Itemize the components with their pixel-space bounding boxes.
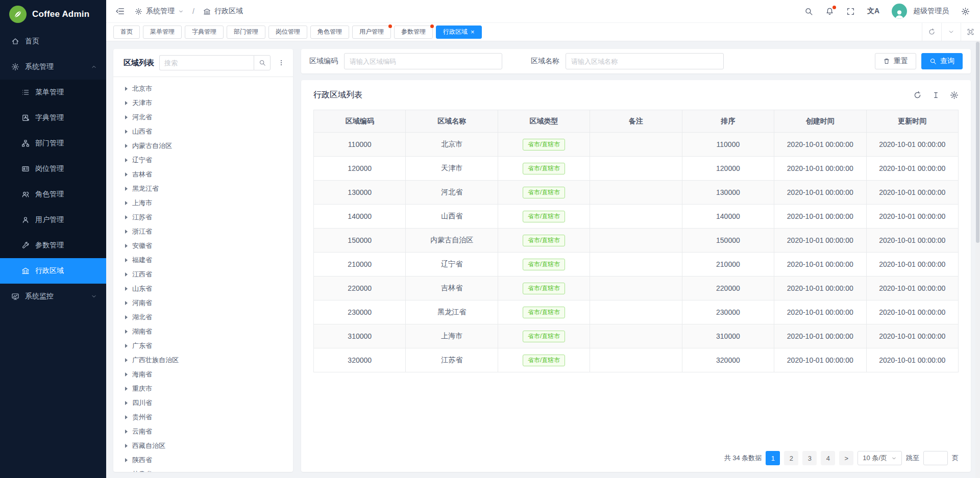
tab[interactable]: 岗位管理 <box>268 26 307 39</box>
tree-item[interactable]: 安徽省 <box>113 239 293 253</box>
notifications-bell-icon[interactable] <box>825 7 834 16</box>
caret-right-icon[interactable] <box>125 358 128 362</box>
caret-right-icon[interactable] <box>125 272 128 276</box>
tree-item[interactable]: 天津市 <box>113 96 293 110</box>
table-row[interactable]: 130000 河北省 省市/直辖市 130000 2020-10-01 00:0… <box>314 181 959 205</box>
sidebar-item-param-mgmt[interactable]: 参数管理 <box>0 233 106 258</box>
tab[interactable]: 首页 <box>113 26 140 39</box>
chevron-down-icon[interactable] <box>178 9 184 14</box>
reset-button[interactable]: 重置 <box>875 53 916 69</box>
caret-right-icon[interactable] <box>125 144 128 148</box>
logo[interactable]: Coffee Admin <box>0 0 106 29</box>
tree-item[interactable]: 江苏省 <box>113 210 293 224</box>
tree-item[interactable]: 北京市 <box>113 82 293 96</box>
refresh-icon[interactable] <box>922 23 941 41</box>
tree-item[interactable]: 广东省 <box>113 339 293 353</box>
table-row[interactable]: 110000 北京市 省市/直辖市 110000 2020-10-01 00:0… <box>314 133 959 157</box>
tree-item[interactable]: 海南省 <box>113 367 293 382</box>
tree-item[interactable]: 重庆市 <box>113 382 293 396</box>
sidebar-item-user-mgmt[interactable]: 用户管理 <box>0 207 106 233</box>
caret-right-icon[interactable] <box>125 401 128 405</box>
sidebar-item-system[interactable]: 系统管理 <box>0 54 106 80</box>
jump-page-input[interactable] <box>923 451 948 465</box>
caret-right-icon[interactable] <box>125 101 128 105</box>
username[interactable]: 超级管理员 <box>913 7 949 16</box>
page-button[interactable]: > <box>839 451 853 465</box>
tree-item[interactable]: 湖北省 <box>113 310 293 324</box>
page-scrollbar[interactable] <box>975 41 980 478</box>
page-button[interactable]: 3 <box>802 451 817 465</box>
page-button[interactable]: 2 <box>784 451 798 465</box>
caret-right-icon[interactable] <box>125 201 128 205</box>
caret-right-icon[interactable] <box>125 330 128 334</box>
tab[interactable]: 角色管理 <box>310 26 349 39</box>
row-height-icon[interactable] <box>932 91 940 99</box>
caret-right-icon[interactable] <box>125 158 128 162</box>
breadcrumb-section[interactable]: 系统管理 <box>146 7 175 16</box>
tab[interactable]: 字典管理 <box>185 26 224 39</box>
tree-item[interactable]: 甘肃省 <box>113 467 293 472</box>
sidebar-item-dict-mgmt[interactable]: 字典管理 <box>0 105 106 131</box>
region-code-input[interactable] <box>344 53 502 69</box>
tab[interactable]: 行政区域 × <box>436 26 482 39</box>
caret-right-icon[interactable] <box>125 115 128 119</box>
table-row[interactable]: 210000 辽宁省 省市/直辖市 210000 2020-10-01 00:0… <box>314 253 959 276</box>
tree-item[interactable]: 江西省 <box>113 267 293 282</box>
tree-search-button[interactable] <box>254 55 271 70</box>
sidebar-item-region[interactable]: 行政区域 <box>0 258 106 284</box>
page-button[interactable]: 1 <box>766 451 780 465</box>
region-name-input[interactable] <box>566 53 724 69</box>
caret-right-icon[interactable] <box>125 458 128 462</box>
caret-right-icon[interactable] <box>125 230 128 234</box>
sidebar-item-role-mgmt[interactable]: 角色管理 <box>0 182 106 207</box>
search-button[interactable]: 查询 <box>921 53 963 69</box>
tree-item[interactable]: 辽宁省 <box>113 153 293 167</box>
tree-item[interactable]: 贵州省 <box>113 410 293 424</box>
tree-item[interactable]: 上海市 <box>113 196 293 210</box>
scrollbar-thumb[interactable] <box>976 42 979 243</box>
table-row[interactable]: 120000 天津市 省市/直辖市 120000 2020-10-01 00:0… <box>314 157 959 181</box>
table-row[interactable]: 150000 内蒙古自治区 省市/直辖市 150000 2020-10-01 0… <box>314 229 959 253</box>
search-icon[interactable] <box>804 7 813 16</box>
tree-item[interactable]: 广西壮族自治区 <box>113 353 293 367</box>
tree-item[interactable]: 河南省 <box>113 296 293 310</box>
tree-search-input[interactable] <box>159 55 254 70</box>
tab[interactable]: 菜单管理 <box>143 26 182 39</box>
tree-item[interactable]: 福建省 <box>113 253 293 267</box>
caret-right-icon[interactable] <box>125 172 128 177</box>
caret-right-icon[interactable] <box>125 187 128 191</box>
tree-item[interactable]: 山西省 <box>113 124 293 139</box>
tree-item[interactable]: 吉林省 <box>113 167 293 182</box>
sidebar-item-dept-mgmt[interactable]: 部门管理 <box>0 131 106 156</box>
column-settings-gear-icon[interactable] <box>950 91 959 99</box>
caret-right-icon[interactable] <box>125 387 128 391</box>
tab[interactable]: 部门管理 <box>227 26 265 39</box>
fullscreen-icon[interactable] <box>846 7 855 16</box>
table-row[interactable]: 310000 上海市 省市/直辖市 310000 2020-10-01 00:0… <box>314 324 959 348</box>
caret-right-icon[interactable] <box>125 430 128 434</box>
tree-item[interactable]: 山东省 <box>113 282 293 296</box>
chevron-down-icon[interactable] <box>941 23 961 41</box>
page-size-select[interactable]: 10 条/页 <box>857 451 902 465</box>
caret-right-icon[interactable] <box>125 287 128 291</box>
caret-right-icon[interactable] <box>125 415 128 419</box>
tree-item[interactable]: 内蒙古自治区 <box>113 139 293 153</box>
caret-right-icon[interactable] <box>125 215 128 219</box>
sidebar-item-home[interactable]: 首页 <box>0 29 106 54</box>
settings-gear-icon[interactable] <box>961 7 970 16</box>
table-row[interactable]: 140000 山西省 省市/直辖市 140000 2020-10-01 00:0… <box>314 205 959 229</box>
tree-item[interactable]: 云南省 <box>113 424 293 439</box>
caret-right-icon[interactable] <box>125 258 128 262</box>
tree-item[interactable]: 河北省 <box>113 110 293 124</box>
table-row[interactable]: 230000 黑龙江省 省市/直辖市 230000 2020-10-01 00:… <box>314 300 959 324</box>
breadcrumb-current[interactable]: 行政区域 <box>214 7 243 16</box>
tab[interactable]: 参数管理 <box>394 26 433 39</box>
sidebar-item-post-mgmt[interactable]: 岗位管理 <box>0 156 106 182</box>
sidebar-item-menu-mgmt[interactable]: 菜单管理 <box>0 80 106 105</box>
tree-item[interactable]: 湖南省 <box>113 324 293 339</box>
caret-right-icon[interactable] <box>125 315 128 319</box>
tree-item[interactable]: 西藏自治区 <box>113 439 293 453</box>
tree-item[interactable]: 浙江省 <box>113 224 293 239</box>
caret-right-icon[interactable] <box>125 301 128 305</box>
tab-close-icon[interactable]: × <box>471 29 475 35</box>
